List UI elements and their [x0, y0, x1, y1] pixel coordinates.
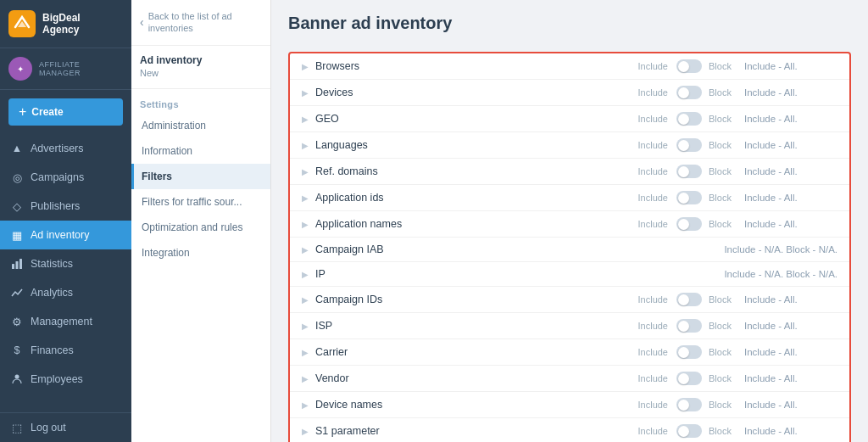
chevron-right-icon[interactable]: ▶ [302, 88, 309, 98]
block-label: Block [709, 114, 732, 124]
filter-row: ▶BrowsersIncludeBlockInclude - All. [290, 53, 849, 80]
plus-icon: + [19, 104, 26, 120]
sidebar-item-publishers[interactable]: ◇ Publishers [0, 192, 131, 221]
chevron-right-icon[interactable]: ▶ [302, 220, 309, 229]
filter-toggle[interactable] [676, 345, 702, 359]
middle-item-administration[interactable]: Administration [131, 113, 270, 138]
middle-item-filters[interactable]: Filters [131, 164, 270, 189]
filter-status: Include - All. [744, 321, 837, 331]
sidebar-item-advertisers[interactable]: ▲ Advertisers [0, 134, 131, 163]
filter-row: ▶IPInclude - N/A. Block - N/A. [290, 262, 849, 287]
chevron-right-icon[interactable]: ▶ [302, 270, 309, 279]
filter-status: Include - All. [744, 294, 837, 305]
block-label: Block [709, 140, 732, 150]
middle-item-filters-traffic[interactable]: Filters for traffic sour... [131, 189, 270, 215]
filter-row: ▶ISPIncludeBlockInclude - All. [290, 313, 849, 339]
middle-item-optimization[interactable]: Optimization and rules [131, 215, 270, 240]
block-label: Block [709, 294, 732, 305]
filter-name-label[interactable]: Application names [315, 218, 637, 230]
chevron-right-icon[interactable]: ▶ [302, 348, 309, 357]
middle-panel: ‹ Back to the list of ad inventories Ad … [131, 0, 271, 442]
include-label: Include [637, 114, 668, 124]
include-label: Include [637, 140, 668, 150]
back-arrow-icon: ‹ [140, 15, 144, 29]
chevron-right-icon[interactable]: ▶ [302, 400, 309, 410]
filter-status: Include - All. [744, 426, 837, 436]
page-title: Banner ad inventory [288, 14, 851, 33]
chevron-right-icon[interactable]: ▶ [302, 245, 309, 255]
filter-toggle[interactable] [676, 424, 702, 438]
chevron-right-icon[interactable]: ▶ [302, 141, 309, 150]
filter-name-label[interactable]: ISP [315, 320, 637, 332]
filter-toggle[interactable] [676, 112, 702, 126]
filter-toggle[interactable] [676, 138, 702, 152]
sidebar-item-management[interactable]: ⚙ Management [0, 307, 131, 336]
sidebar-item-employees[interactable]: Employees [0, 365, 131, 394]
filter-name-label[interactable]: Vendor [315, 372, 637, 384]
middle-section-sub: New [131, 68, 270, 85]
nav-items: ▲ Advertisers ◎ Campaigns ◇ Publishers ▦… [0, 134, 131, 394]
advertisers-icon: ▲ [10, 142, 24, 155]
chevron-right-icon[interactable]: ▶ [302, 62, 309, 71]
filter-name-label[interactable]: Carrier [315, 346, 637, 358]
include-label: Include [637, 347, 668, 357]
filter-name-label[interactable]: IP [315, 268, 712, 280]
filter-name-label[interactable]: S1 parameter [315, 425, 637, 437]
logo-icon [8, 10, 36, 37]
chevron-right-icon[interactable]: ▶ [302, 115, 309, 124]
filter-name-label[interactable]: Languages [315, 139, 637, 151]
svg-rect-3 [12, 264, 14, 269]
sidebar-item-statistics[interactable]: Statistics [0, 249, 131, 278]
main-content: Banner ad inventory ▶BrowsersIncludeBloc… [271, 0, 868, 442]
sidebar-item-analytics[interactable]: Analytics [0, 278, 131, 307]
filter-toggle[interactable] [676, 398, 702, 411]
filter-toggle[interactable] [676, 86, 702, 99]
block-label: Block [709, 321, 732, 331]
include-label: Include [637, 321, 668, 331]
block-label: Block [709, 373, 732, 383]
statistics-icon [10, 257, 24, 271]
filter-status: Include - All. [744, 400, 837, 410]
filter-name-label[interactable]: Devices [315, 87, 637, 98]
filter-status: Include - All. [744, 373, 837, 383]
settings-label: Settings [131, 92, 270, 113]
chevron-right-icon[interactable]: ▶ [302, 295, 309, 305]
filter-status: Include - All. [744, 114, 837, 124]
block-label: Block [709, 166, 732, 176]
sidebar-item-ad-inventory[interactable]: ▦ Ad inventory [0, 221, 131, 249]
block-label: Block [709, 87, 732, 98]
filter-name-label[interactable]: Browsers [315, 60, 637, 72]
middle-item-information[interactable]: Information [131, 138, 270, 164]
sidebar-item-finances[interactable]: $ Finances [0, 336, 131, 365]
middle-item-integration[interactable]: Integration [131, 240, 270, 266]
filter-name-label[interactable]: Device names [315, 399, 637, 411]
filter-toggle[interactable] [676, 293, 702, 306]
chevron-right-icon[interactable]: ▶ [302, 167, 309, 176]
main-body: ▶BrowsersIncludeBlockInclude - All.▶Devi… [271, 43, 868, 442]
filter-name-label[interactable]: Application ids [315, 192, 637, 204]
filter-status: Include - All. [744, 347, 837, 357]
chevron-right-icon[interactable]: ▶ [302, 427, 309, 436]
logout-item[interactable]: ⬚ Log out [0, 413, 131, 442]
filter-toggle[interactable] [676, 191, 702, 204]
filter-name-label[interactable]: Ref. domains [315, 165, 637, 177]
filter-name-label[interactable]: Campaign IDs [315, 294, 637, 305]
filter-toggle[interactable] [676, 319, 702, 333]
filter-name-label[interactable]: GEO [315, 113, 637, 125]
filter-row: ▶VendorIncludeBlockInclude - All. [290, 366, 849, 392]
chevron-right-icon[interactable]: ▶ [302, 374, 309, 383]
filter-name-label[interactable]: Campaign IAB [315, 243, 712, 255]
include-label: Include [637, 373, 668, 383]
filter-toggle[interactable] [676, 372, 702, 385]
filter-status: Include - All. [744, 61, 837, 71]
filter-row: ▶Application namesIncludeBlockInclude - … [290, 211, 849, 238]
chevron-right-icon[interactable]: ▶ [302, 193, 309, 203]
block-label: Block [709, 193, 732, 203]
back-link[interactable]: ‹ Back to the list of ad inventories [131, 0, 270, 46]
chevron-right-icon[interactable]: ▶ [302, 322, 309, 331]
sidebar-item-campaigns[interactable]: ◎ Campaigns [0, 163, 131, 192]
create-button[interactable]: + Create [8, 98, 123, 126]
filter-toggle[interactable] [676, 217, 702, 231]
filter-toggle[interactable] [676, 165, 702, 178]
filter-toggle[interactable] [676, 59, 702, 73]
